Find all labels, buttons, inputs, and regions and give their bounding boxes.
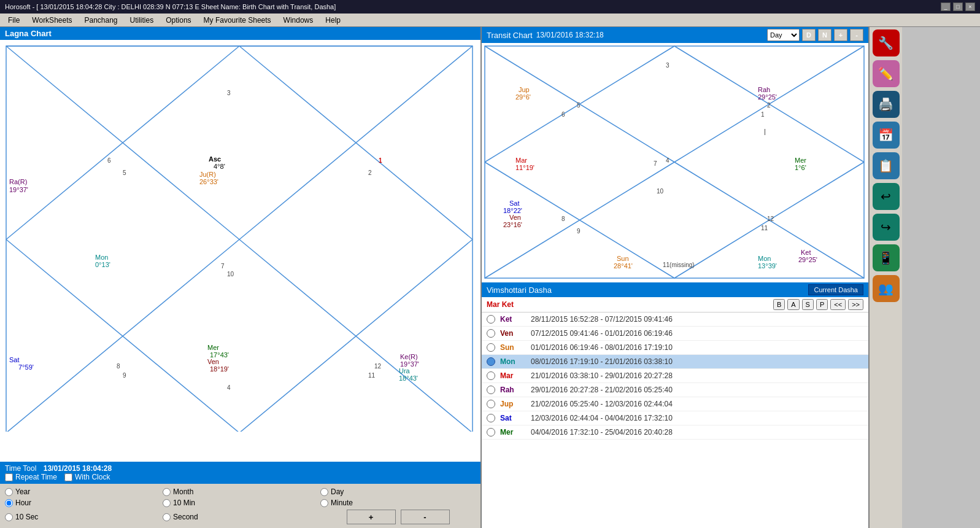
transit-chart-svg: 6 5 3 2 4 1 7 10 8 9 11(missing) 11 12 J… (482, 43, 867, 282)
time-opt-month[interactable]: Month (163, 487, 318, 496)
dasha-title: Vimshottari Dasha (487, 285, 552, 295)
house-2-num: 2 (368, 169, 372, 176)
forward-btn[interactable]: ↪ (873, 214, 900, 241)
minimize-btn[interactable]: _ (941, 2, 951, 11)
svg-text:11(missing): 11(missing) (663, 262, 695, 268)
menu-help[interactable]: Help (320, 14, 346, 26)
dasha-row-planet: Rah (500, 386, 531, 394)
transit-btn-minus[interactable]: - (850, 29, 863, 41)
transit-btn-d[interactable]: D (802, 29, 816, 41)
menu-file[interactable]: File (2, 14, 25, 26)
clipboard-btn[interactable]: 📋 (873, 152, 900, 179)
nav-prev[interactable]: << (830, 299, 846, 310)
transit-chart-header: Transit Chart 13/01/2016 18:32:18 Day We… (482, 27, 868, 43)
svg-text:7: 7 (654, 160, 657, 167)
dasha-row-planet: Mar (500, 371, 531, 380)
lagna-chart-header: Lagna Chart (0, 27, 480, 40)
transit-sun: Sun (617, 255, 629, 262)
house-5-num: 5 (123, 169, 126, 176)
print-btn[interactable]: 🖨️ (873, 91, 900, 118)
dasha-row[interactable]: Sat12/03/2016 02:44:04 - 04/04/2016 17:3… (482, 411, 868, 425)
transit-dropdown[interactable]: Day Week Month (767, 29, 800, 41)
transit-mer-deg: 1°6' (795, 164, 806, 171)
menu-utilities[interactable]: Utilities (125, 14, 160, 26)
svg-text:10: 10 (657, 188, 664, 195)
transit-btn-plus[interactable]: + (834, 29, 847, 41)
nav-a[interactable]: A (787, 299, 799, 310)
edit-btn[interactable]: ✏️ (873, 60, 900, 87)
tools-btn[interactable]: 🔧 (873, 29, 900, 56)
time-opt-10sec[interactable]: 10 Sec (5, 513, 160, 521)
menu-options[interactable]: Options (160, 14, 196, 26)
time-opt-10min[interactable]: 10 Min (163, 499, 318, 507)
time-tool-body: Year Month Day Hour 10 Min Minute (0, 484, 480, 528)
dasha-row[interactable]: Mon08/01/2016 17:19:10 - 21/01/2016 03:3… (482, 355, 868, 369)
time-plus-btn[interactable]: + (347, 510, 396, 524)
lagna-chart-svg: 6 5 3 2 1 8 9 4 11 12 10 7 Ra(R) 19°37' … (0, 40, 480, 432)
lagna-title: Lagna Chart (5, 29, 52, 38)
time-minus-btn[interactable]: - (401, 510, 450, 524)
transit-rah-deg: 29°25' (758, 93, 777, 101)
dasha-row-radio (487, 343, 495, 352)
svg-text:6: 6 (561, 111, 565, 118)
current-dasha-btn[interactable]: Current Dasha (808, 284, 863, 295)
repeat-time-label[interactable]: Repeat Time (5, 473, 57, 481)
dasha-row-radio (487, 357, 495, 366)
nav-next[interactable]: >> (848, 299, 863, 310)
transit-ket: Ket (801, 249, 811, 256)
back-btn[interactable]: ↩ (873, 183, 900, 210)
menu-windows[interactable]: Windows (278, 14, 319, 26)
dasha-row[interactable]: Ven07/12/2015 09:41:46 - 01/01/2016 06:1… (482, 327, 868, 341)
time-opt-hour[interactable]: Hour (5, 499, 160, 507)
close-btn[interactable]: × (965, 2, 975, 11)
dasha-row-range: 29/01/2016 20:27:28 - 21/02/2016 05:25:4… (531, 386, 863, 394)
dasha-row-planet: Mon (500, 357, 531, 366)
time-tool-datetime: 13/01/2015 18:04:28 (44, 464, 112, 473)
planet-asc-deg: 4°8' (214, 163, 225, 170)
transit-jup-deg: 29°6' (515, 93, 531, 101)
transit-datetime: 13/01/2016 18:32:18 (536, 31, 604, 39)
menu-worksheets[interactable]: WorkSheets (26, 14, 77, 26)
planet-sat-deg: 7°59' (18, 363, 34, 371)
dasha-row-radio (487, 329, 495, 338)
time-opt-day[interactable]: Day (320, 487, 476, 496)
dasha-table: Ket28/11/2015 16:52:28 - 07/12/2015 09:4… (482, 313, 868, 528)
house-3-num: 3 (227, 90, 231, 96)
nav-s[interactable]: S (802, 299, 814, 310)
dasha-row[interactable]: Jup21/02/2016 05:25:40 - 12/03/2016 02:4… (482, 397, 868, 411)
window-controls: _ □ × (941, 2, 975, 11)
transit-rah: Rah (758, 86, 770, 93)
time-tool-header: Time Tool 13/01/2015 18:04:28 Repeat Tim… (0, 462, 480, 484)
repeat-time-checkbox[interactable] (5, 473, 13, 481)
menu-panchang[interactable]: Panchang (79, 14, 123, 26)
svg-text:3: 3 (666, 62, 669, 69)
svg-text:1: 1 (761, 111, 765, 118)
calendar-btn[interactable]: 📅 (873, 122, 900, 149)
dasha-row[interactable]: Rah29/01/2016 20:27:28 - 21/02/2016 05:2… (482, 383, 868, 397)
dasha-row[interactable]: Mar21/01/2016 03:38:10 - 29/01/2016 20:2… (482, 369, 868, 383)
time-opt-second[interactable]: Second (163, 513, 318, 521)
nav-b[interactable]: B (773, 299, 785, 310)
maximize-btn[interactable]: □ (953, 2, 963, 11)
menu-favourite[interactable]: My Favourite Sheets (198, 14, 277, 26)
nav-p[interactable]: P (816, 299, 828, 310)
dasha-row-range: 04/04/2016 17:32:10 - 25/04/2016 20:40:2… (531, 428, 863, 437)
dasha-row[interactable]: Sun01/01/2016 06:19:46 - 08/01/2016 17:1… (482, 341, 868, 355)
with-clock-checkbox[interactable] (64, 473, 72, 481)
dasha-row[interactable]: Mer04/04/2016 17:32:10 - 25/04/2016 20:4… (482, 425, 868, 440)
transit-btn-n[interactable]: N (818, 29, 831, 41)
transit-ven: Ven (509, 214, 521, 221)
dasha-row-radio (487, 315, 495, 324)
transit-mar: Mar (515, 157, 527, 164)
time-opt-year[interactable]: Year (5, 487, 160, 496)
dasha-row-planet: Sun (500, 343, 531, 352)
house-1-num: 1 (379, 157, 382, 164)
with-clock-label[interactable]: With Clock (64, 473, 110, 481)
dasha-row-range: 21/02/2016 05:25:40 - 12/03/2016 02:44:0… (531, 400, 863, 408)
dasha-row[interactable]: Ket28/11/2015 16:52:28 - 07/12/2015 09:4… (482, 313, 868, 327)
users-btn[interactable]: 👥 (873, 275, 900, 302)
planet-jur-deg: 26°33' (199, 178, 218, 185)
mobile-btn[interactable]: 📱 (873, 244, 900, 271)
time-opt-minute[interactable]: Minute (320, 499, 476, 507)
house-4-num: 4 (227, 384, 231, 391)
